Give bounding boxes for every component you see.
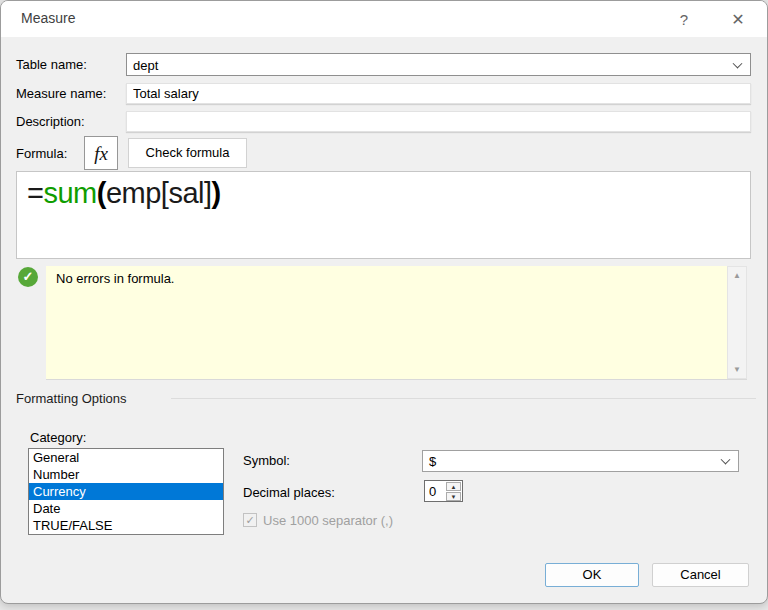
formula-label: Formula: [16, 146, 67, 161]
spin-up-icon[interactable]: ▲ [446, 482, 461, 491]
symbol-label: Symbol: [243, 453, 290, 468]
category-label: Category: [30, 430, 86, 445]
close-icon[interactable]: ✕ [723, 7, 753, 32]
spinner-buttons: ▲ ▼ [446, 482, 461, 500]
decimal-places-stepper[interactable]: 0 ▲ ▼ [424, 480, 463, 502]
category-option-truefalse[interactable]: TRUE/FALSE [29, 517, 223, 534]
measure-name-label: Measure name: [16, 86, 106, 101]
symbol-value: $ [429, 454, 436, 469]
category-listbox: General Number Currency Date TRUE/FALSE [28, 448, 224, 535]
validation-message-panel: No errors in formula. [46, 266, 727, 379]
decimal-places-label: Decimal places: [243, 485, 335, 500]
category-option-number[interactable]: Number [29, 466, 223, 483]
formula-open-paren: ( [97, 177, 106, 209]
symbol-combobox[interactable]: $ [422, 450, 739, 472]
help-icon[interactable]: ? [671, 8, 697, 31]
validation-message: No errors in formula. [56, 271, 174, 286]
formula-editor[interactable]: =sum(emp[sal]) [16, 171, 751, 259]
category-option-date[interactable]: Date [29, 500, 223, 517]
description-input[interactable] [126, 111, 751, 132]
scroll-down-icon[interactable]: ▼ [728, 362, 746, 377]
measure-dialog: Measure ? ✕ Table name: dept Measure nam… [0, 0, 768, 604]
ok-button[interactable]: OK [545, 563, 639, 587]
insert-function-icon[interactable]: fx [84, 136, 118, 170]
chevron-down-icon [721, 455, 731, 465]
table-name-label: Table name: [16, 57, 87, 72]
measure-name-input[interactable] [126, 83, 751, 104]
cancel-button[interactable]: Cancel [652, 563, 749, 587]
formula-equals: = [27, 177, 43, 209]
spin-down-icon[interactable]: ▼ [446, 492, 461, 501]
table-name-combobox[interactable]: dept [126, 53, 751, 76]
description-label: Description: [16, 114, 85, 129]
panel-bottom-edge [46, 379, 747, 380]
table-name-value: dept [133, 57, 158, 72]
category-option-currency[interactable]: Currency [29, 483, 223, 500]
chevron-down-icon [733, 58, 743, 68]
check-formula-button[interactable]: Check formula [128, 138, 247, 168]
thousand-separator-label: Use 1000 separator (,) [263, 513, 393, 528]
formula-close-paren: ) [212, 177, 221, 209]
formula-argument: emp[sal] [106, 177, 212, 209]
scroll-up-icon[interactable]: ▲ [728, 268, 746, 283]
category-option-general[interactable]: General [29, 449, 223, 466]
dialog-title: Measure [21, 10, 75, 26]
thousand-separator-checkbox[interactable]: ✓ [243, 513, 257, 527]
message-scrollbar[interactable]: ▲ ▼ [727, 266, 747, 379]
success-check-icon: ✓ [18, 267, 38, 287]
section-divider [171, 398, 756, 399]
formula-function: sum [43, 177, 96, 209]
formatting-options-title: Formatting Options [16, 391, 127, 406]
title-bar: Measure ? ✕ [1, 1, 767, 37]
decimal-places-value: 0 [429, 484, 436, 499]
